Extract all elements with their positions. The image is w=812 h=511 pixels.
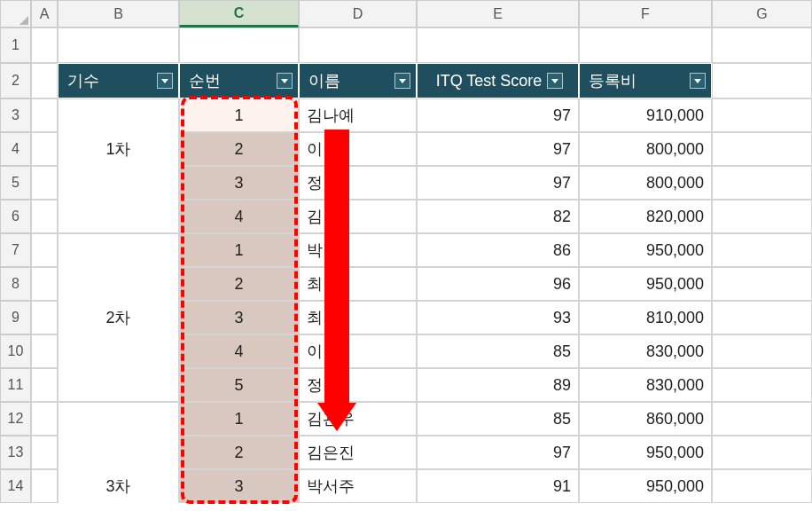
table-header-no[interactable]: 순번	[179, 63, 299, 98]
cell-C7-no[interactable]: 1	[179, 233, 299, 267]
cell-A2[interactable]	[31, 63, 58, 98]
col-header-B[interactable]: B	[58, 0, 179, 28]
cell-E12-score[interactable]: 85	[417, 402, 579, 436]
table-header-fee[interactable]: 등록비	[579, 63, 712, 98]
cell-C12-no[interactable]: 1	[179, 402, 299, 436]
row-header-2[interactable]: 2	[0, 63, 31, 98]
cell-D12-name[interactable]: 김관우	[299, 402, 417, 436]
cell-D13-name[interactable]: 김은진	[299, 436, 417, 469]
cell-D4-name[interactable]: 이 진	[299, 132, 417, 166]
filter-dropdown-icon[interactable]	[394, 73, 410, 89]
cell-G14[interactable]	[712, 469, 812, 503]
cell-G2[interactable]	[712, 63, 812, 98]
cell-E4-score[interactable]: 97	[417, 132, 579, 166]
cell-B10-gisu[interactable]	[58, 334, 179, 368]
cell-D10-name[interactable]: 이 서	[299, 334, 417, 368]
cell-D14-name[interactable]: 박서주	[299, 469, 417, 503]
cell-E8-score[interactable]: 96	[417, 267, 579, 301]
row-header-13[interactable]: 13	[0, 436, 31, 469]
cell-C13-no[interactable]: 2	[179, 436, 299, 469]
cell-C10-no[interactable]: 4	[179, 334, 299, 368]
cell-A8[interactable]	[31, 267, 58, 301]
cell-G9[interactable]	[712, 301, 812, 334]
cell-F4-fee[interactable]: 800,000	[579, 132, 712, 166]
cell-C11-no[interactable]: 5	[179, 368, 299, 402]
cell-G7[interactable]	[712, 233, 812, 267]
row-header-10[interactable]: 10	[0, 334, 31, 368]
cell-F13-fee[interactable]: 950,000	[579, 436, 712, 469]
row-header-6[interactable]: 6	[0, 200, 31, 233]
cell-B6-gisu[interactable]	[58, 200, 179, 233]
col-header-E[interactable]: E	[417, 0, 579, 28]
cell-B8-gisu[interactable]	[58, 267, 179, 301]
cell-A7[interactable]	[31, 233, 58, 267]
cell-A3[interactable]	[31, 98, 58, 132]
row-header-12[interactable]: 12	[0, 402, 31, 436]
cell-D1[interactable]	[299, 28, 417, 63]
cell-A10[interactable]	[31, 334, 58, 368]
cell-B14-gisu[interactable]: 3차	[58, 469, 179, 503]
row-header-14[interactable]: 14	[0, 469, 31, 503]
cell-A14[interactable]	[31, 469, 58, 503]
cell-D11-name[interactable]: 정 온	[299, 368, 417, 402]
cell-E9-score[interactable]: 93	[417, 301, 579, 334]
cell-G3[interactable]	[712, 98, 812, 132]
cell-C4-no[interactable]: 2	[179, 132, 299, 166]
col-header-C[interactable]: C	[179, 0, 299, 28]
cell-D6-name[interactable]: 김 빈	[299, 200, 417, 233]
cell-C1[interactable]	[179, 28, 299, 63]
row-header-11[interactable]: 11	[0, 368, 31, 402]
filter-dropdown-icon[interactable]	[547, 73, 563, 89]
cell-F8-fee[interactable]: 950,000	[579, 267, 712, 301]
cell-E6-score[interactable]: 82	[417, 200, 579, 233]
cell-D7-name[interactable]: 박 원	[299, 233, 417, 267]
cell-E7-score[interactable]: 86	[417, 233, 579, 267]
cell-A12[interactable]	[31, 402, 58, 436]
col-header-F[interactable]: F	[579, 0, 712, 28]
cell-A11[interactable]	[31, 368, 58, 402]
cell-F7-fee[interactable]: 950,000	[579, 233, 712, 267]
cell-F3-fee[interactable]: 910,000	[579, 98, 712, 132]
cell-F11-fee[interactable]: 830,000	[579, 368, 712, 402]
cell-F14-fee[interactable]: 950,000	[579, 469, 712, 503]
cell-G5[interactable]	[712, 166, 812, 200]
table-header-gisu[interactable]: 기수	[58, 63, 179, 98]
cell-A13[interactable]	[31, 436, 58, 469]
cell-A6[interactable]	[31, 200, 58, 233]
cell-C14-no[interactable]: 3	[179, 469, 299, 503]
cell-C6-no[interactable]: 4	[179, 200, 299, 233]
select-all-corner[interactable]	[0, 0, 31, 28]
cell-B11-gisu[interactable]	[58, 368, 179, 402]
filter-dropdown-icon[interactable]	[157, 73, 173, 89]
cell-F9-fee[interactable]: 810,000	[579, 301, 712, 334]
table-header-name[interactable]: 이름	[299, 63, 417, 98]
cell-B5-gisu[interactable]	[58, 166, 179, 200]
cell-B4-gisu[interactable]: 1차	[58, 132, 179, 166]
cell-G10[interactable]	[712, 334, 812, 368]
cell-E5-score[interactable]: 97	[417, 166, 579, 200]
cell-G12[interactable]	[712, 402, 812, 436]
cell-B12-gisu[interactable]	[58, 402, 179, 436]
cell-E10-score[interactable]: 85	[417, 334, 579, 368]
cell-A5[interactable]	[31, 166, 58, 200]
cell-A9[interactable]	[31, 301, 58, 334]
cell-E13-score[interactable]: 97	[417, 436, 579, 469]
cell-G11[interactable]	[712, 368, 812, 402]
cell-G1[interactable]	[712, 28, 812, 63]
cell-B13-gisu[interactable]	[58, 436, 179, 469]
cell-C5-no[interactable]: 3	[179, 166, 299, 200]
col-header-A[interactable]: A	[31, 0, 58, 28]
cell-B7-gisu[interactable]	[58, 233, 179, 267]
cell-F10-fee[interactable]: 830,000	[579, 334, 712, 368]
cell-C8-no[interactable]: 2	[179, 267, 299, 301]
cell-B9-gisu[interactable]: 2차	[58, 301, 179, 334]
cell-C3-no[interactable]: 1	[179, 98, 299, 132]
cell-G8[interactable]	[712, 267, 812, 301]
cell-F5-fee[interactable]: 800,000	[579, 166, 712, 200]
cell-G13[interactable]	[712, 436, 812, 469]
cell-F6-fee[interactable]: 820,000	[579, 200, 712, 233]
cell-G4[interactable]	[712, 132, 812, 166]
cell-E1[interactable]	[417, 28, 579, 63]
filter-dropdown-icon[interactable]	[277, 73, 293, 89]
cell-D9-name[interactable]: 최 망	[299, 301, 417, 334]
